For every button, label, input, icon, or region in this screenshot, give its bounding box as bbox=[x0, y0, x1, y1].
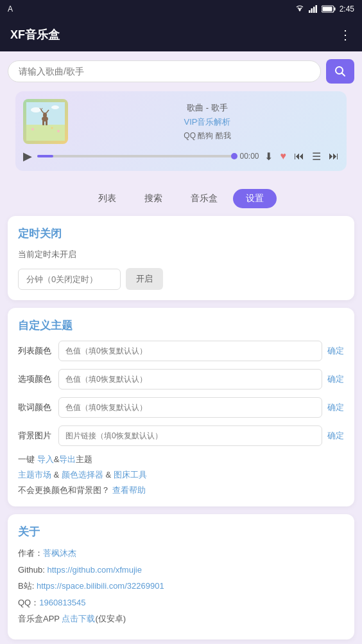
signal-icon bbox=[309, 5, 318, 13]
progress-fill bbox=[37, 155, 53, 157]
app-header: XF音乐盒 ⋮ bbox=[0, 18, 362, 51]
tabs-section: 列表 搜索 音乐盒 设置 bbox=[0, 179, 362, 208]
wifi-icon bbox=[295, 5, 305, 13]
about-github: Github: https://github.com/xfmujie bbox=[18, 564, 344, 577]
about-app-download: 音乐盒APP 点击下载(仅安卓) bbox=[18, 613, 344, 625]
time-display: 2:45 bbox=[340, 4, 354, 13]
svg-rect-3 bbox=[315, 5, 317, 13]
help-text: 不会更换颜色和背景图？ bbox=[18, 485, 110, 495]
progress-bar[interactable] bbox=[37, 155, 234, 157]
svg-point-22 bbox=[31, 128, 34, 130]
svg-line-8 bbox=[342, 73, 345, 76]
svg-point-12 bbox=[31, 107, 41, 112]
color-picker-link[interactable]: 颜色选择器 bbox=[62, 470, 103, 479]
help-link[interactable]: 查看帮助 bbox=[112, 485, 146, 495]
song-title: 歌曲 - 歌手 bbox=[76, 102, 339, 114]
search-button[interactable] bbox=[326, 59, 354, 84]
tab-list[interactable]: 列表 bbox=[85, 189, 129, 208]
source-text: QQ 酷狗 酷我 bbox=[76, 130, 339, 141]
favorite-button[interactable]: ♥ bbox=[280, 150, 287, 162]
play-button[interactable]: ▶ bbox=[23, 149, 32, 163]
status-left: A bbox=[8, 4, 13, 13]
svg-point-17 bbox=[43, 112, 47, 118]
app-download-link[interactable]: 点击下载 bbox=[62, 614, 95, 623]
lyrics-color-input[interactable] bbox=[58, 397, 322, 418]
option-color-row: 选项颜色 确定 bbox=[18, 369, 344, 389]
content-area: 定时关闭 当前定时未开启 开启 自定义主题 列表颜色 确定 选项颜色 确定 歌词… bbox=[0, 216, 362, 644]
player-controls: ⬇ ♥ ⏮ ☰ ⏭ bbox=[264, 150, 340, 163]
timer-row: 开启 bbox=[18, 268, 344, 290]
bg-image-input[interactable] bbox=[58, 425, 322, 446]
about-qq: QQ：1960813545 bbox=[18, 596, 344, 609]
progress-area: ▶ 00:00 ⬇ ♥ ⏮ ☰ ⏭ bbox=[23, 149, 339, 163]
theme-title: 自定义主题 bbox=[18, 318, 344, 333]
tab-search[interactable]: 搜索 bbox=[132, 189, 175, 208]
about-author: 作者：菩枫沐杰 bbox=[18, 547, 344, 560]
qq-link[interactable]: 1960813545 bbox=[39, 598, 85, 607]
status-bar: A 2:45 bbox=[0, 0, 362, 18]
album-art bbox=[23, 99, 68, 144]
svg-rect-6 bbox=[322, 7, 332, 12]
timer-enable-button[interactable]: 开启 bbox=[126, 268, 163, 290]
header-menu-button[interactable]: ⋮ bbox=[339, 27, 352, 42]
option-color-input[interactable] bbox=[58, 369, 322, 389]
vip-text[interactable]: VIP音乐解析 bbox=[76, 116, 339, 128]
option-color-label: 选项颜色 bbox=[18, 373, 53, 385]
theme-links-row: 主题市场 & 颜色选择器 & 图床工具 bbox=[18, 469, 344, 481]
search-input[interactable] bbox=[8, 60, 321, 82]
svg-rect-0 bbox=[309, 10, 311, 13]
svg-point-24 bbox=[51, 127, 53, 129]
bed-tool-link[interactable]: 图床工具 bbox=[114, 470, 147, 479]
app-indicator: A bbox=[8, 4, 13, 13]
status-right: 2:45 bbox=[295, 4, 354, 13]
timer-title: 定时关闭 bbox=[18, 226, 344, 241]
svg-rect-5 bbox=[334, 8, 335, 11]
tab-musicbox[interactable]: 音乐盒 bbox=[178, 189, 230, 208]
tab-settings[interactable]: 设置 bbox=[233, 189, 277, 208]
bilibili-link[interactable]: https://space.bilibili.com/32269901 bbox=[37, 581, 164, 591]
bg-image-label: 背景图片 bbox=[18, 430, 53, 442]
list-color-row: 列表颜色 确定 bbox=[18, 341, 344, 361]
theme-section: 自定义主题 列表颜色 确定 选项颜色 确定 歌词颜色 确定 背景图片 确定 一键… bbox=[8, 308, 354, 506]
lyrics-color-confirm-button[interactable]: 确定 bbox=[327, 402, 344, 413]
bg-image-row: 背景图片 确定 bbox=[18, 425, 344, 446]
option-color-confirm-button[interactable]: 确定 bbox=[327, 373, 344, 385]
theme-market-link[interactable]: 主题市场 bbox=[18, 470, 51, 479]
search-section bbox=[0, 51, 362, 91]
theme-import-export: 一键 导入&导出主题 bbox=[18, 454, 344, 465]
list-color-input[interactable] bbox=[58, 341, 322, 361]
svg-rect-2 bbox=[313, 7, 315, 13]
battery-icon bbox=[322, 5, 336, 13]
help-row: 不会更换颜色和背景图？ 查看帮助 bbox=[18, 485, 344, 496]
prev-button[interactable]: ⏮ bbox=[294, 150, 304, 162]
song-info: 歌曲 - 歌手 VIP音乐解析 QQ 酷狗 酷我 bbox=[76, 102, 339, 141]
album-art-image bbox=[26, 102, 65, 141]
lyrics-color-row: 歌词颜色 确定 bbox=[18, 397, 344, 418]
list-color-label: 列表颜色 bbox=[18, 345, 53, 357]
author-link[interactable]: 菩枫沐杰 bbox=[43, 548, 76, 558]
timer-input[interactable] bbox=[18, 269, 121, 290]
search-icon bbox=[334, 66, 346, 77]
download-button[interactable]: ⬇ bbox=[264, 150, 273, 163]
next-button[interactable]: ⏭ bbox=[329, 150, 339, 162]
import-link[interactable]: 导入 bbox=[37, 454, 54, 464]
svg-point-13 bbox=[51, 105, 59, 109]
svg-point-23 bbox=[57, 130, 60, 132]
about-section: 关于 作者：菩枫沐杰 Github: https://github.com/xf… bbox=[8, 514, 354, 640]
player-top: 歌曲 - 歌手 VIP音乐解析 QQ 酷狗 酷我 bbox=[23, 99, 339, 144]
svg-rect-11 bbox=[26, 125, 65, 141]
tabs-row: 列表 搜索 音乐盒 设置 bbox=[8, 189, 354, 208]
player-wrapper: 歌曲 - 歌手 VIP音乐解析 QQ 酷狗 酷我 ▶ 00:00 ⬇ ♥ ⏮ ☰… bbox=[0, 91, 362, 179]
github-link[interactable]: https://github.com/xfmujie bbox=[47, 565, 142, 575]
bg-image-confirm-button[interactable]: 确定 bbox=[327, 430, 344, 442]
list-button[interactable]: ☰ bbox=[312, 150, 321, 163]
about-title: 关于 bbox=[18, 524, 344, 539]
timer-status: 当前定时未开启 bbox=[18, 249, 344, 260]
time-display-player: 00:00 bbox=[239, 152, 259, 161]
list-color-confirm-button[interactable]: 确定 bbox=[327, 345, 344, 357]
app-title: XF音乐盒 bbox=[10, 27, 60, 42]
lyrics-color-label: 歌词颜色 bbox=[18, 402, 53, 413]
about-bilibili: B站: https://space.bilibili.com/32269901 bbox=[18, 580, 344, 593]
timer-section: 定时关闭 当前定时未开启 开启 bbox=[8, 216, 354, 300]
export-link[interactable]: 导出 bbox=[59, 454, 76, 464]
